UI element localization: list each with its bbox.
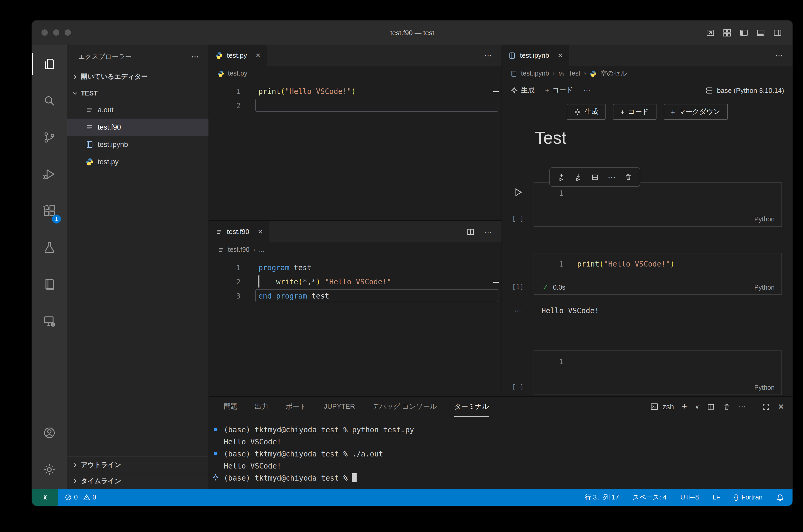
activitybar-run-debug[interactable] (32, 156, 67, 193)
new-terminal-icon[interactable]: + (682, 401, 687, 412)
activitybar-account[interactable] (32, 415, 67, 451)
activitybar-remote-explorer[interactable] (32, 303, 67, 339)
output-more-icon[interactable]: ⋯ (502, 307, 534, 315)
file-item-aout[interactable]: a.out (67, 101, 208, 118)
output-text: Hello VSCode! (534, 306, 599, 315)
tab-testipynb[interactable]: test.ipynb ✕ (502, 44, 569, 66)
add-code-cell-button[interactable]: + コード (545, 86, 573, 95)
insert-code-cell-button[interactable]: + コード (613, 104, 656, 120)
breadcrumb-item[interactable]: test.ipynb (521, 70, 549, 77)
toggle-sidebar-right-icon[interactable] (773, 28, 782, 37)
more-actions-icon[interactable]: ⋯ (484, 51, 492, 60)
cell-editor[interactable]: 1 Python (534, 350, 782, 395)
kernel-icon (705, 86, 713, 94)
execution-time: 0.0s (553, 284, 565, 291)
activitybar-extensions[interactable]: 1 (32, 193, 67, 229)
problems-status[interactable]: 0 0 (65, 494, 96, 501)
tab-testf90[interactable]: test.f90 ✕ (209, 221, 269, 242)
zoom-window-button[interactable] (65, 30, 71, 36)
insert-markdown-cell-button[interactable]: + マークダウン (663, 104, 728, 120)
close-window-button[interactable] (41, 30, 48, 36)
section-open-editors[interactable]: 開いているエディター (67, 69, 208, 85)
cell-language-picker[interactable]: Python (754, 384, 774, 392)
cell-language-picker[interactable]: Python (754, 284, 774, 291)
cell-language-picker[interactable]: Python (754, 216, 774, 223)
code-editor-testf90[interactable]: 1 program test 2 write(*,*) "Hello VSCod… (209, 257, 501, 396)
panel-tab-problems[interactable]: 問題 (224, 397, 237, 417)
minimize-window-button[interactable] (53, 30, 59, 36)
python-file-icon (590, 70, 597, 77)
panel-tab-output[interactable]: 出力 (255, 397, 268, 417)
section-workspace-root[interactable]: TEST (67, 85, 208, 101)
breadcrumb-item[interactable]: Test (568, 70, 580, 77)
split-terminal-icon[interactable] (707, 403, 715, 411)
panel-tab-jupyter[interactable]: JUPYTER (324, 397, 355, 417)
cell-editor[interactable]: 1 print("Hello VSCode!") ✓ 0.0s Python (534, 253, 782, 295)
tab-testpy[interactable]: test.py ✕ (209, 44, 267, 66)
toggle-panel-icon[interactable] (756, 28, 765, 37)
status-bar: 0 0 行 3、列 17 スペース: 4 UTF-8 LF {} Fortran (32, 489, 792, 506)
kernel-picker[interactable]: base (Python 3.10.14) (705, 86, 784, 94)
terminal-shell-selector[interactable]: zsh (651, 402, 674, 411)
delete-cell-icon[interactable] (624, 173, 632, 181)
section-timeline[interactable]: タイムライン (67, 473, 208, 489)
close-icon[interactable]: ✕ (258, 228, 263, 235)
run-cell-button[interactable] (513, 187, 523, 197)
panel-tab-ports[interactable]: ポート (286, 397, 307, 417)
close-icon[interactable]: ✕ (558, 52, 563, 59)
overview-ruler-mark (493, 282, 499, 283)
panel-tab-debug-console[interactable]: デバッグ コンソール (372, 397, 437, 417)
remote-window-icon[interactable] (706, 28, 715, 37)
layout-grid-icon[interactable] (723, 28, 732, 37)
line-number: 1 (534, 357, 564, 366)
terminal-dropdown-icon[interactable]: ∨ (695, 403, 699, 410)
tabbar: test.f90 ✕ ⋯ (209, 221, 501, 242)
activitybar-testing[interactable] (32, 229, 67, 266)
toggle-sidebar-left-icon[interactable] (740, 28, 748, 37)
run-below-icon[interactable] (574, 173, 582, 181)
notifications-bell-icon[interactable] (776, 493, 784, 501)
activitybar-settings[interactable] (32, 451, 67, 488)
close-panel-icon[interactable]: ✕ (778, 402, 784, 411)
remote-indicator[interactable] (32, 489, 58, 506)
activitybar-notebook[interactable] (32, 266, 67, 303)
breadcrumb-item[interactable]: 空のセル (600, 69, 627, 78)
close-icon[interactable]: ✕ (255, 52, 261, 59)
activitybar-explorer[interactable] (32, 46, 67, 82)
file-item-testf90[interactable]: test.f90 (67, 118, 208, 136)
more-actions-icon[interactable]: ⋯ (484, 227, 492, 236)
panel-tab-terminal[interactable]: ターミナル (454, 397, 489, 417)
encoding[interactable]: UTF-8 (680, 494, 699, 501)
language-mode[interactable]: {} Fortran (734, 494, 763, 501)
activitybar-search[interactable] (32, 82, 67, 119)
indentation[interactable]: スペース: 4 (633, 493, 667, 502)
kill-terminal-icon[interactable] (723, 403, 731, 411)
breadcrumb-item[interactable]: ... (259, 246, 264, 253)
panel-more-icon[interactable]: ⋯ (739, 402, 746, 411)
cell-more-icon[interactable]: ⋯ (608, 172, 616, 182)
sidebar-more-icon[interactable]: ⋯ (191, 52, 199, 61)
notebook-more-icon[interactable]: ⋯ (583, 86, 590, 94)
file-item-testipynb[interactable]: test.ipynb (67, 136, 208, 153)
cursor-position[interactable]: 行 3、列 17 (585, 493, 619, 502)
split-cell-icon[interactable] (591, 173, 599, 181)
code-editor-testpy[interactable]: 1 print("Hello VSCode!") 2 (209, 81, 501, 220)
cell-editor[interactable]: 1 Python (534, 182, 782, 227)
split-editor-icon[interactable] (467, 227, 475, 236)
eol-sequence[interactable]: LF (713, 494, 720, 501)
more-actions-icon[interactable]: ⋯ (775, 51, 783, 60)
section-outline[interactable]: アウトライン (67, 456, 208, 473)
terminal-line: (base) tktmyd@chiyoda test % (209, 472, 792, 484)
terminal[interactable]: (base) tktmyd@chiyoda test % python test… (209, 417, 792, 489)
breadcrumb-item[interactable]: test.f90 (228, 246, 250, 253)
generate-button[interactable]: 生成 (510, 86, 535, 95)
file-name: test.f90 (98, 123, 121, 131)
breadcrumb-item[interactable]: test.py (228, 70, 248, 77)
generate-cell-button[interactable]: 生成 (567, 104, 606, 120)
braces-icon: {} (734, 494, 738, 501)
maximize-panel-icon[interactable] (762, 403, 770, 411)
run-above-icon[interactable] (557, 173, 566, 181)
activitybar-source-control[interactable] (32, 119, 67, 156)
file-item-testpy[interactable]: test.py (67, 153, 208, 171)
warning-icon (83, 494, 90, 501)
